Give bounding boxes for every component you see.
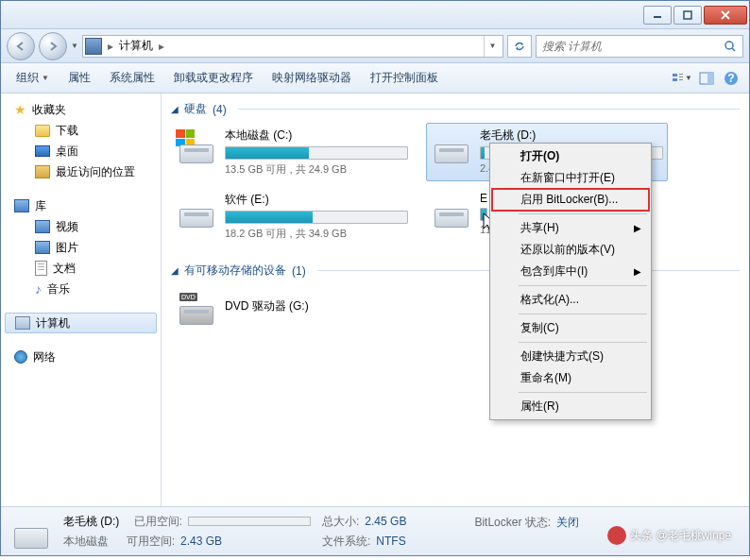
breadcrumb-root[interactable]: 计算机 (117, 38, 155, 54)
svg-rect-1 (684, 11, 691, 19)
ctx-restore-versions[interactable]: 还原以前的版本(V) (492, 239, 649, 261)
tree-documents[interactable]: 文档 (1, 258, 161, 279)
section-removable[interactable]: ◢有可移动存储的设备 (1) (171, 263, 740, 279)
submenu-arrow-icon: ▶ (634, 266, 641, 277)
explorer-window: ▼ ▸ 计算机 ▸ ▼ 组织 ▼ 属性 系统属性 卸载或更改程序 映射网络驱动器… (0, 0, 750, 556)
help-button[interactable]: ? (721, 68, 741, 89)
status-type: 本地磁盘 (63, 534, 109, 550)
drive-icon (10, 513, 52, 551)
map-drive-button[interactable]: 映射网络驱动器 (264, 66, 359, 90)
tree-favorites[interactable]: ★收藏夹 (1, 99, 161, 120)
tree-libraries[interactable]: 库 (1, 195, 161, 216)
ctx-enable-bitlocker[interactable]: 启用 BitLocker(B)... (492, 189, 649, 211)
preview-pane-button[interactable] (696, 68, 717, 89)
drive-label: 老毛桃 (D:) (480, 127, 663, 144)
maximize-button[interactable] (673, 6, 702, 25)
ctx-create-shortcut[interactable]: 创建快捷方式(S) (492, 346, 649, 367)
status-bitlocker-value: 关闭 (556, 515, 579, 531)
folder-icon (35, 125, 50, 137)
tree-recent[interactable]: 最近访问的位置 (1, 161, 161, 182)
back-button[interactable] (7, 32, 35, 60)
search-input[interactable] (542, 40, 724, 53)
control-panel-button[interactable]: 打开控制面板 (363, 66, 446, 90)
tree-pictures[interactable]: 图片 (1, 237, 161, 258)
status-size-value: 2.45 GB (365, 515, 406, 528)
tree-music[interactable]: ♪音乐 (1, 279, 161, 299)
collapse-icon: ◢ (171, 265, 179, 276)
toolbar: 组织 ▼ 属性 系统属性 卸载或更改程序 映射网络驱动器 打开控制面板 ▼ ? (1, 63, 749, 93)
ctx-share[interactable]: 共享(H)▶ (492, 217, 649, 239)
dvd-icon (176, 289, 217, 325)
ctx-separator (519, 285, 647, 286)
nav-tree: ★收藏夹 下载 桌面 最近访问的位置 库 视频 图片 文档 ♪音乐 计算机 网络 (1, 93, 162, 506)
context-menu: 打开(O) 在新窗口中打开(E) 启用 BitLocker(B)... 共享(H… (489, 143, 652, 420)
usage-bar (225, 211, 408, 224)
video-icon (35, 220, 50, 233)
address-dropdown[interactable]: ▼ (484, 36, 501, 57)
ctx-copy[interactable]: 复制(C) (492, 317, 649, 339)
minimize-button[interactable] (643, 6, 672, 25)
ctx-properties[interactable]: 属性(R) (492, 396, 649, 417)
view-options-button[interactable]: ▼ (672, 68, 692, 89)
usage-bar (225, 146, 408, 160)
drive-icon (431, 192, 472, 228)
library-icon (14, 199, 29, 212)
ctx-format[interactable]: 格式化(A)... (492, 289, 649, 311)
status-fs-label: 文件系统: (322, 534, 370, 550)
tree-videos[interactable]: 视频 (1, 216, 161, 237)
ctx-rename[interactable]: 重命名(M) (492, 367, 649, 389)
usage-bar (480, 208, 487, 221)
svg-rect-5 (679, 74, 683, 75)
computer-icon (15, 316, 30, 330)
drive-f[interactable]: EF11 (426, 187, 492, 246)
drive-label: 软件 (E:) (225, 192, 408, 208)
avatar-icon (607, 526, 626, 545)
svg-point-2 (725, 42, 733, 49)
music-icon: ♪ (35, 281, 42, 297)
ctx-open-new-window[interactable]: 在新窗口中打开(E) (492, 167, 649, 189)
status-size-label: 总大小: (322, 514, 359, 530)
ctx-separator (519, 213, 647, 214)
drive-label: EF (480, 192, 487, 205)
breadcrumb-sep-icon[interactable]: ▸ (104, 40, 117, 53)
organize-button[interactable]: 组织 ▼ (9, 66, 57, 90)
close-button[interactable] (704, 6, 747, 25)
tree-computer[interactable]: 计算机 (5, 313, 157, 333)
drive-icon (176, 127, 217, 163)
tree-desktop[interactable]: 桌面 (1, 141, 161, 161)
drive-e[interactable]: 软件 (E:)18.2 GB 可用 , 共 34.9 GB (171, 187, 413, 246)
breadcrumb-sep-icon[interactable]: ▸ (155, 40, 168, 53)
status-bitlocker-label: BitLocker 状态: (474, 515, 551, 531)
system-properties-button[interactable]: 系统属性 (102, 66, 162, 90)
refresh-button[interactable] (507, 35, 532, 58)
ctx-open[interactable]: 打开(O) (492, 145, 649, 167)
star-icon: ★ (14, 102, 26, 117)
content-pane: ◢硬盘 (4) 本地磁盘 (C:)13.5 GB 可用 , 共 24.9 GB … (162, 93, 749, 506)
tree-network[interactable]: 网络 (1, 347, 161, 367)
properties-button[interactable]: 属性 (60, 66, 98, 90)
svg-rect-9 (707, 73, 713, 84)
ctx-separator (519, 392, 647, 393)
status-fs-value: NTFS (376, 535, 405, 548)
nav-bar: ▼ ▸ 计算机 ▸ ▼ (1, 29, 749, 63)
drive-icon (176, 192, 217, 228)
history-dropdown[interactable]: ▼ (71, 42, 78, 50)
uninstall-button[interactable]: 卸载或更改程序 (166, 66, 261, 90)
computer-icon (85, 38, 102, 55)
recent-icon (35, 165, 50, 178)
address-bar[interactable]: ▸ 计算机 ▸ ▼ (82, 35, 503, 58)
svg-rect-6 (679, 76, 683, 77)
section-hdd[interactable]: ◢硬盘 (4) (171, 101, 740, 117)
submenu-arrow-icon: ▶ (634, 223, 641, 233)
status-usage-bar (188, 517, 311, 526)
tree-downloads[interactable]: 下载 (1, 120, 161, 141)
watermark: 头条 @老毛桃winpe (607, 526, 731, 545)
collapse-icon: ◢ (171, 104, 179, 114)
drive-g[interactable]: DVD 驱动器 (G:) (171, 284, 413, 330)
drive-free: 13.5 GB 可用 , 共 24.9 GB (225, 162, 408, 177)
drive-c[interactable]: 本地磁盘 (C:)13.5 GB 可用 , 共 24.9 GB (171, 123, 413, 181)
svg-text:?: ? (727, 72, 734, 85)
search-box[interactable] (536, 35, 743, 58)
ctx-include-library[interactable]: 包含到库中(I)▶ (492, 261, 649, 282)
forward-button[interactable] (39, 32, 67, 60)
